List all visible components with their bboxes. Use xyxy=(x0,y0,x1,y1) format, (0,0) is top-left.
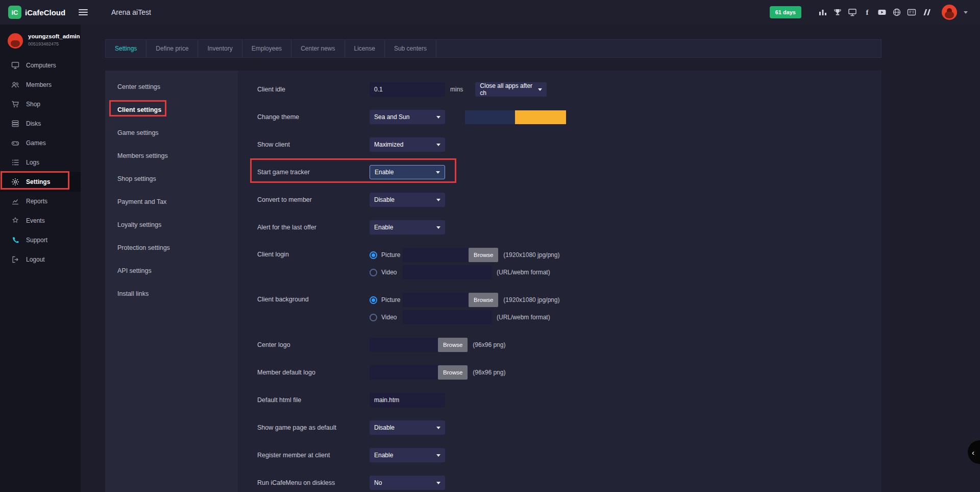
member-logo-input[interactable] xyxy=(370,365,438,380)
sidebar-item-label: Games xyxy=(26,139,46,147)
tab-settings[interactable]: Settings xyxy=(106,40,146,57)
select-value: Disable xyxy=(374,424,395,431)
chevron-down-icon xyxy=(436,226,440,229)
sidebar-item-logs[interactable]: Logs xyxy=(0,153,81,172)
field-label: Default html file xyxy=(257,396,370,404)
chevron-down-icon[interactable] xyxy=(964,11,968,14)
select-value: Close all apps after ch xyxy=(480,82,535,97)
slashes-icon[interactable] xyxy=(922,8,931,17)
game-page-select[interactable]: Disable xyxy=(370,420,445,435)
nav-payment-tax[interactable]: Payment and Tax xyxy=(105,190,238,213)
phone-icon xyxy=(11,236,19,244)
register-member-select[interactable]: Enable xyxy=(370,448,445,462)
client-background-picture-input[interactable] xyxy=(403,293,469,307)
select-value: Enable xyxy=(374,224,393,231)
sidebar-item-games[interactable]: Games xyxy=(0,133,81,153)
alert-offer-select[interactable]: Enable xyxy=(370,220,445,235)
tab-sub-centers[interactable]: Sub centers xyxy=(385,40,436,57)
select-value: Maximized xyxy=(374,141,403,148)
settings-nav: Center settings Client settings Game set… xyxy=(105,71,238,492)
field-label: Client login xyxy=(257,248,370,261)
tab-bar: Settings Define price Inventory Employee… xyxy=(105,39,881,58)
chevron-down-icon xyxy=(436,171,440,174)
nav-shop-settings[interactable]: Shop settings xyxy=(105,167,238,190)
nav-api-settings[interactable]: API settings xyxy=(105,259,238,282)
sidebar-item-events[interactable]: Events xyxy=(0,211,81,230)
sidebar-item-label: Members xyxy=(26,81,52,88)
logo-icon: iC xyxy=(8,6,21,19)
show-client-select[interactable]: Maximized xyxy=(370,137,445,152)
logo-text: iCafeCloud xyxy=(25,8,65,17)
sidebar-item-disks[interactable]: Disks xyxy=(0,114,81,133)
select-value: No xyxy=(374,479,382,486)
sidebar-avatar[interactable] xyxy=(8,33,23,49)
field-label: Change theme xyxy=(257,113,370,121)
client-idle-action-select[interactable]: Close all apps after ch xyxy=(475,82,547,97)
row-show-game-page: Show game page as default Disable xyxy=(257,420,881,435)
sidebar-item-label: Computers xyxy=(26,62,56,69)
client-idle-input[interactable] xyxy=(370,82,445,97)
center-logo-input[interactable] xyxy=(370,338,438,352)
nav-install-links[interactable]: Install links xyxy=(105,282,238,305)
stats-icon[interactable] xyxy=(818,8,827,17)
user-avatar[interactable] xyxy=(942,5,957,20)
chevron-down-icon xyxy=(436,199,440,201)
default-html-input[interactable] xyxy=(370,393,445,407)
row-client-idle: Client idle mins Close all apps after ch xyxy=(257,82,881,97)
tab-center-news[interactable]: Center news xyxy=(291,40,345,57)
display-icon[interactable] xyxy=(848,8,857,17)
tab-define-price[interactable]: Define price xyxy=(146,40,198,57)
sidebar-item-reports[interactable]: Reports xyxy=(0,192,81,211)
client-background-video-radio[interactable] xyxy=(370,314,377,321)
nav-members-settings[interactable]: Members settings xyxy=(105,144,238,167)
game-tracker-select[interactable]: Enable xyxy=(370,165,445,179)
member-logo-browse-button[interactable]: Browse xyxy=(438,365,468,380)
nav-center-settings[interactable]: Center settings xyxy=(105,75,238,98)
radio-label: Video xyxy=(381,269,403,276)
card-icon[interactable] xyxy=(907,8,916,17)
field-hint: (96x96 png) xyxy=(473,369,505,376)
row-convert-to-member: Convert to member Disable xyxy=(257,193,881,207)
globe-icon[interactable] xyxy=(892,8,901,17)
tab-employees[interactable]: Employees xyxy=(242,40,291,57)
client-login-browse-button[interactable]: Browse xyxy=(469,248,498,262)
row-run-icafemenu: Run iCafeMenu on diskless No xyxy=(257,476,881,490)
nav-protection-settings[interactable]: Protection settings xyxy=(105,236,238,259)
facebook-icon[interactable]: f xyxy=(863,8,872,17)
main-content: Settings Define price Inventory Employee… xyxy=(81,25,980,492)
sidebar-item-logout[interactable]: Logout xyxy=(0,250,81,269)
youtube-icon[interactable] xyxy=(877,8,887,17)
field-hint: (URL/webm format) xyxy=(497,269,550,276)
theme-select[interactable]: Sea and Sun xyxy=(370,110,445,124)
client-background-picture-radio[interactable] xyxy=(370,296,377,304)
menu-toggle-icon[interactable] xyxy=(77,6,90,19)
sidebar-item-settings[interactable]: Settings xyxy=(0,172,81,192)
client-background-video-input[interactable] xyxy=(403,310,492,324)
sidebar-item-support[interactable]: Support xyxy=(0,230,81,250)
client-background-browse-button[interactable]: Browse xyxy=(469,293,498,307)
icafemenu-select[interactable]: No xyxy=(370,476,445,490)
sidebar-item-members[interactable]: Members xyxy=(0,75,81,95)
client-login-picture-radio[interactable] xyxy=(370,251,377,259)
client-login-video-input[interactable] xyxy=(403,265,492,279)
tab-inventory[interactable]: Inventory xyxy=(198,40,242,57)
nav-client-settings[interactable]: Client settings xyxy=(105,98,238,121)
nav-loyalty-settings[interactable]: Loyalty settings xyxy=(105,213,238,236)
field-label: Register member at client xyxy=(257,452,370,459)
topbar-right: 61 days f xyxy=(770,5,968,20)
client-login-picture-input[interactable] xyxy=(403,248,469,262)
client-login-video-radio[interactable] xyxy=(370,269,377,276)
trophy-icon[interactable] xyxy=(833,8,842,17)
sidebar-item-label: Settings xyxy=(26,178,50,185)
field-label: Show client xyxy=(257,141,370,148)
sidebar-item-label: Events xyxy=(26,217,45,224)
nav-game-settings[interactable]: Game settings xyxy=(105,121,238,144)
sidebar-item-shop[interactable]: Shop xyxy=(0,95,81,114)
center-logo-browse-button[interactable]: Browse xyxy=(438,338,468,352)
sidebar-item-computers[interactable]: Computers xyxy=(0,56,81,75)
license-days-badge[interactable]: 61 days xyxy=(770,6,801,18)
center-title: Arena aiTest xyxy=(111,8,151,16)
tab-license[interactable]: License xyxy=(345,40,385,57)
convert-member-select[interactable]: Disable xyxy=(370,193,445,207)
app-logo[interactable]: iC iCafeCloud xyxy=(8,6,71,19)
